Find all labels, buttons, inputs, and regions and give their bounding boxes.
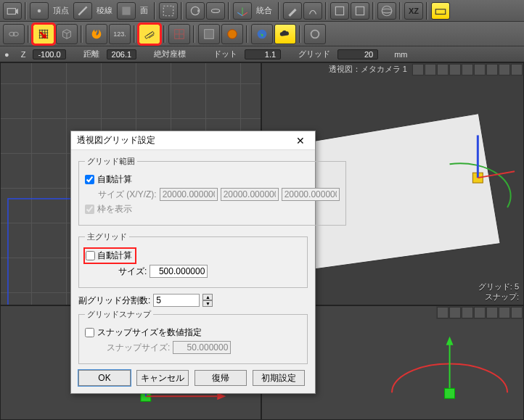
status-bar: ● Z -100.0 距離 206.1 絶対座標 ドット 1.1 グリッド 20… xyxy=(0,46,524,62)
edge-mode-icon[interactable] xyxy=(73,2,92,20)
unit-label[interactable]: mm xyxy=(390,50,412,59)
coord-system-label[interactable]: 絶対座標 xyxy=(150,49,190,59)
show-frame-label: 枠を表示 xyxy=(97,203,132,215)
dot-label: ドット xyxy=(209,49,242,59)
subgrid-input[interactable] xyxy=(153,294,200,307)
dialog-titlebar[interactable]: 透視図グリッド設定 ✕ xyxy=(71,131,315,150)
globe-icon[interactable] xyxy=(377,2,396,20)
axis-value[interactable]: -100.0 xyxy=(33,49,65,59)
svg-point-15 xyxy=(13,32,18,36)
marquee-icon[interactable] xyxy=(159,2,178,20)
snap-plane-icon[interactable] xyxy=(431,2,450,20)
face-mode-label: 面 xyxy=(140,5,148,16)
dialog-title-text: 透視図グリッド設定 xyxy=(77,134,155,147)
viewport-status-overlay: グリッド: 5 スナップ: xyxy=(478,281,519,302)
snap-size-input xyxy=(173,341,231,354)
numeric-input-icon[interactable]: 123. xyxy=(109,24,131,44)
revert-button[interactable]: 復帰 xyxy=(195,370,247,386)
grid-snap-group: グリッドスナップ スナップサイズを数値指定 スナップサイズ: xyxy=(78,309,308,364)
svg-rect-4 xyxy=(163,6,173,16)
cancel-button[interactable]: キャンセル xyxy=(136,370,189,386)
grid-snap-toggle[interactable] xyxy=(33,24,54,44)
cloud-icon[interactable] xyxy=(274,24,296,44)
svg-line-2 xyxy=(78,7,86,15)
loop-icon[interactable] xyxy=(186,2,205,20)
svg-point-30 xyxy=(228,29,237,38)
cube-snap-icon[interactable] xyxy=(56,24,78,44)
edge-mode-label: 稜線 xyxy=(97,5,112,16)
status-indicator: ● xyxy=(0,50,14,59)
ok-button[interactable]: OK xyxy=(78,370,131,386)
svg-marker-47 xyxy=(446,337,454,345)
size-x-input xyxy=(160,188,218,201)
grid-range-group: グリッド範囲 自動計算 サイズ (X/Y/Z): 枠を表示 xyxy=(78,156,346,226)
xz-plane-button[interactable]: XZ xyxy=(404,2,423,20)
spin-up-icon: ▲ xyxy=(202,294,213,300)
grid-label: グリッド xyxy=(294,49,335,59)
main-size-label: サイズ: xyxy=(118,265,147,278)
wand-icon[interactable] xyxy=(283,2,302,20)
snap-size-label: スナップサイズ: xyxy=(107,342,170,354)
subgrid-spinner[interactable]: ▲▼ xyxy=(202,294,213,307)
grid-info-text: グリッド: 5 xyxy=(478,281,519,292)
size-z-input xyxy=(282,188,340,201)
tool-camera-icon[interactable] xyxy=(3,2,22,20)
earth-icon[interactable] xyxy=(251,24,273,44)
snap-info-text: スナップ: xyxy=(478,292,519,302)
grid-simple-icon[interactable] xyxy=(168,24,190,44)
lasso-icon[interactable] xyxy=(206,2,225,20)
main-grid-legend: 主グリッド xyxy=(85,231,129,242)
svg-line-8 xyxy=(237,12,242,16)
main-grid-group: 主グリッド 自動計算 サイズ: xyxy=(78,231,308,288)
close-icon[interactable]: ✕ xyxy=(292,135,309,147)
svg-point-1 xyxy=(38,9,41,12)
grid-settings-dialog: 透視図グリッド設定 ✕ グリッド範囲 自動計算 サイズ (X/Y/Z): 枠を表… xyxy=(70,131,316,394)
face-mode-icon[interactable] xyxy=(117,2,136,20)
svg-rect-13 xyxy=(435,9,446,14)
svg-rect-0 xyxy=(7,8,15,14)
main-size-input[interactable] xyxy=(150,265,208,278)
box-a-icon[interactable] xyxy=(330,2,349,20)
axis-label: Z xyxy=(17,50,30,59)
main-toolbar-row1: 頂点 稜線 面 統合 XZ xyxy=(0,0,524,22)
size-y-input xyxy=(221,188,279,201)
dialog-button-row: OK キャンセル 復帰 初期設定 xyxy=(78,370,308,386)
axis-widget-icon[interactable] xyxy=(233,2,252,20)
svg-rect-29 xyxy=(205,29,214,38)
main-auto-highlight: 自動計算 xyxy=(85,249,135,263)
box-b-icon[interactable] xyxy=(351,2,369,20)
plane-grid-toggle[interactable] xyxy=(139,24,160,44)
snap-numeric-checkbox[interactable] xyxy=(85,328,94,337)
spin-down-icon: ▼ xyxy=(202,300,213,307)
svg-line-7 xyxy=(242,12,247,16)
vertex-mode-icon[interactable] xyxy=(30,2,49,20)
paint-icon[interactable] xyxy=(303,2,322,20)
main-toolbar-row2: 123. xyxy=(0,22,524,46)
grid-value[interactable]: 20 xyxy=(337,49,378,59)
range-auto-label: 自動計算 xyxy=(97,173,132,186)
defaults-button[interactable]: 初期設定 xyxy=(253,370,305,386)
size-xyz-label: サイズ (X/Y/Z): xyxy=(98,189,157,201)
main-auto-label: 自動計算 xyxy=(97,250,132,262)
svg-point-12 xyxy=(382,9,392,13)
circle-icon[interactable] xyxy=(304,24,326,44)
svg-rect-10 xyxy=(356,7,364,15)
grid-range-legend: グリッド範囲 xyxy=(85,156,137,167)
snap-numeric-label: スナップサイズを数値指定 xyxy=(97,326,202,339)
dot-value[interactable]: 1.1 xyxy=(245,49,281,59)
thumbnail-icon[interactable] xyxy=(198,24,220,44)
svg-rect-9 xyxy=(335,7,343,15)
distance-label: 距離 xyxy=(79,49,104,59)
svg-point-32 xyxy=(311,30,319,38)
svg-rect-48 xyxy=(445,388,455,398)
subgrid-label: 副グリッド分割数: xyxy=(78,295,150,307)
show-frame-checkbox xyxy=(85,205,94,214)
merge-label: 統合 xyxy=(256,5,272,16)
main-auto-checkbox[interactable] xyxy=(86,251,95,260)
fire-icon[interactable] xyxy=(86,24,107,44)
distance-value[interactable]: 206.1 xyxy=(107,49,137,59)
render-icon[interactable] xyxy=(221,24,243,44)
svg-rect-3 xyxy=(122,7,130,15)
range-auto-checkbox[interactable] xyxy=(85,175,94,184)
goggles-icon[interactable] xyxy=(3,24,25,44)
